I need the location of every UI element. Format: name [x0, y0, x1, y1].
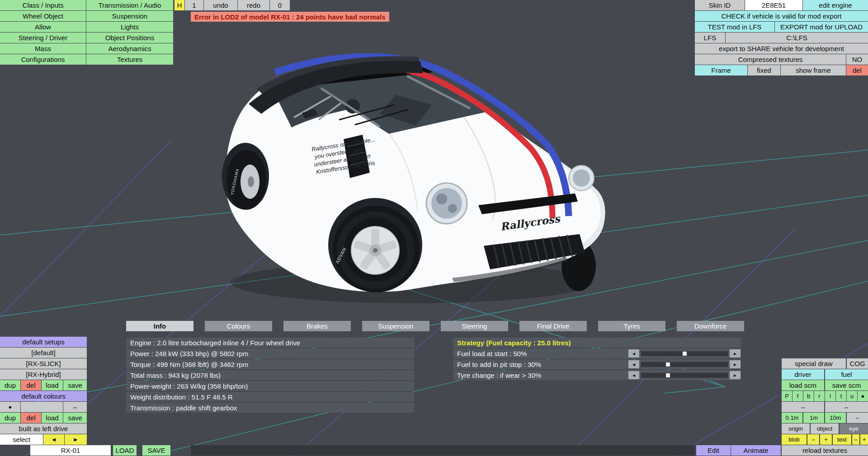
- select-next-button[interactable]: ►: [65, 434, 87, 445]
- colour-del-button[interactable]: del: [21, 413, 41, 423]
- scale-01m-button[interactable]: 0.1m: [782, 413, 802, 423]
- undo-button[interactable]: undo: [204, 0, 237, 10]
- object-button[interactable]: object: [811, 423, 839, 434]
- fuel-load-decrease-button[interactable]: ◄: [628, 349, 639, 357]
- model-name[interactable]: RX-01: [30, 445, 111, 456]
- toggle-r-button[interactable]: r: [814, 391, 825, 401]
- select-prev-button[interactable]: ◄: [43, 434, 64, 445]
- tab-suspension[interactable]: Suspension: [362, 321, 429, 331]
- menu-mass[interactable]: Mass: [0, 43, 86, 54]
- scale-minus-button[interactable]: –: [847, 413, 868, 423]
- save-scm-button[interactable]: save scm: [825, 380, 868, 390]
- tab-final-drive[interactable]: Final Drive: [519, 321, 587, 331]
- colour-spacer-button[interactable]: [21, 402, 63, 412]
- menu-transmission-audio[interactable]: Transmission / Audio: [86, 0, 173, 10]
- menu-class-inputs[interactable]: Class / Inputs: [0, 0, 86, 10]
- tyre-change-slider[interactable]: [641, 373, 728, 378]
- tab-downforce[interactable]: Downforce: [677, 321, 744, 331]
- tab-steering[interactable]: Steering: [441, 321, 508, 331]
- menu-configurations[interactable]: Configurations: [0, 54, 86, 65]
- driver-button[interactable]: driver: [782, 369, 824, 380]
- special-draw-button[interactable]: special draw: [782, 358, 846, 369]
- model-load-button[interactable]: LOAD: [113, 445, 137, 456]
- colour-dot-button[interactable]: ●: [0, 402, 20, 412]
- text-button[interactable]: text: [833, 434, 851, 445]
- colour-load-button[interactable]: load: [42, 413, 63, 423]
- fuel-button[interactable]: fuel: [825, 369, 868, 380]
- frame-button[interactable]: Frame: [695, 65, 747, 75]
- share-export-button[interactable]: export to SHARE vehicle for development: [695, 43, 868, 54]
- tab-tyres[interactable]: Tyres: [598, 321, 665, 331]
- fuel-load-increase-button[interactable]: ►: [730, 349, 741, 357]
- show-frame-button[interactable]: show frame: [781, 65, 846, 75]
- blob-plus-button[interactable]: +: [820, 434, 832, 445]
- menu-textures[interactable]: Textures: [86, 54, 173, 65]
- scale-10m-button[interactable]: 10m: [825, 413, 846, 423]
- history-count[interactable]: 1: [185, 0, 203, 10]
- model-save-button[interactable]: SAVE: [142, 445, 170, 456]
- origin-button[interactable]: origin: [782, 423, 810, 434]
- colour-dup-button[interactable]: dup: [0, 413, 20, 423]
- tyre-change-slider-thumb[interactable]: [666, 373, 670, 377]
- tyre-change-increase-button[interactable]: ►: [730, 371, 741, 379]
- fuel-load-slider-thumb[interactable]: [683, 352, 687, 356]
- redo-button[interactable]: redo: [238, 0, 269, 10]
- animate-mode-button[interactable]: Animate: [731, 445, 781, 456]
- blob-button[interactable]: blob: [782, 434, 807, 445]
- setup-rx-hybrid[interactable]: [RX-Hybrid]: [0, 369, 87, 380]
- history-h-button[interactable]: H: [175, 0, 184, 10]
- setup-save-button[interactable]: save: [63, 380, 87, 390]
- colour-save-button[interactable]: save: [63, 413, 87, 423]
- test-mod-button[interactable]: TEST mod in LFS: [695, 22, 774, 32]
- toggle-l-button[interactable]: l: [825, 391, 835, 401]
- toggle-p-button[interactable]: P: [782, 391, 792, 401]
- tyre-change-decrease-button[interactable]: ◄: [628, 371, 639, 379]
- menu-allow[interactable]: Allow: [0, 22, 86, 32]
- frame-fixed-button[interactable]: fixed: [748, 65, 780, 75]
- reload-textures-button[interactable]: reload textures: [782, 445, 868, 456]
- edit-engine-button[interactable]: edit engine: [803, 0, 868, 10]
- minus-right-button[interactable]: –: [825, 402, 868, 412]
- load-scm-button[interactable]: load scm: [782, 380, 824, 390]
- fuel-pit-slider[interactable]: [641, 362, 728, 367]
- tab-brakes[interactable]: Brakes: [283, 321, 351, 331]
- setup-load-button[interactable]: load: [42, 380, 63, 390]
- compressed-textures-value[interactable]: NO: [846, 54, 868, 65]
- default-setups-button[interactable]: default setups: [0, 337, 87, 347]
- setup-rx-slick[interactable]: [RX-SLICK]: [0, 358, 87, 369]
- colour-minus-button[interactable]: –: [63, 402, 87, 412]
- blob-minus-button[interactable]: –: [807, 434, 819, 445]
- redo-count[interactable]: 0: [270, 0, 290, 10]
- setup-default[interactable]: [default]: [0, 348, 87, 358]
- default-colours-button[interactable]: default colours: [0, 391, 87, 401]
- fuel-pit-slider-thumb[interactable]: [666, 362, 670, 367]
- built-as-left-drive[interactable]: built as left drive: [0, 423, 87, 434]
- toggle-b-button[interactable]: b: [803, 391, 814, 401]
- fuel-pit-increase-button[interactable]: ►: [730, 360, 741, 368]
- toggle-t-button[interactable]: t: [836, 391, 846, 401]
- menu-wheel-object[interactable]: Wheel Object: [0, 11, 86, 21]
- lfs-path[interactable]: C:\LFS: [726, 33, 868, 43]
- toggle-dot-button[interactable]: ●: [858, 391, 868, 401]
- menu-aerodynamics[interactable]: Aerodynamics: [86, 43, 173, 54]
- eye-button[interactable]: eye: [840, 423, 868, 434]
- compressed-textures-label[interactable]: Compressed textures: [695, 54, 846, 65]
- scale-1m-button[interactable]: 1m: [803, 413, 824, 423]
- menu-object-positions[interactable]: Object Positions: [86, 33, 173, 43]
- fuel-pit-decrease-button[interactable]: ◄: [628, 360, 639, 368]
- setup-dup-button[interactable]: dup: [0, 380, 20, 390]
- edit-mode-button[interactable]: Edit: [696, 445, 731, 456]
- fuel-load-slider[interactable]: [641, 351, 728, 356]
- frame-del-button[interactable]: del: [846, 65, 868, 75]
- menu-lights[interactable]: Lights: [86, 22, 173, 32]
- menu-steering-driver[interactable]: Steering / Driver: [0, 33, 86, 43]
- toggle-f-button[interactable]: f: [793, 391, 803, 401]
- select-button[interactable]: select: [0, 434, 43, 445]
- lfs-button[interactable]: LFS: [695, 33, 725, 43]
- tab-info[interactable]: Info: [126, 321, 193, 331]
- menu-suspension[interactable]: Suspension: [86, 11, 173, 21]
- text-plus-button[interactable]: +: [860, 434, 868, 445]
- cog-button[interactable]: COG: [847, 358, 868, 369]
- export-mod-button[interactable]: EXPORT mod for UPLOAD: [775, 22, 868, 32]
- setup-del-button[interactable]: del: [21, 380, 41, 390]
